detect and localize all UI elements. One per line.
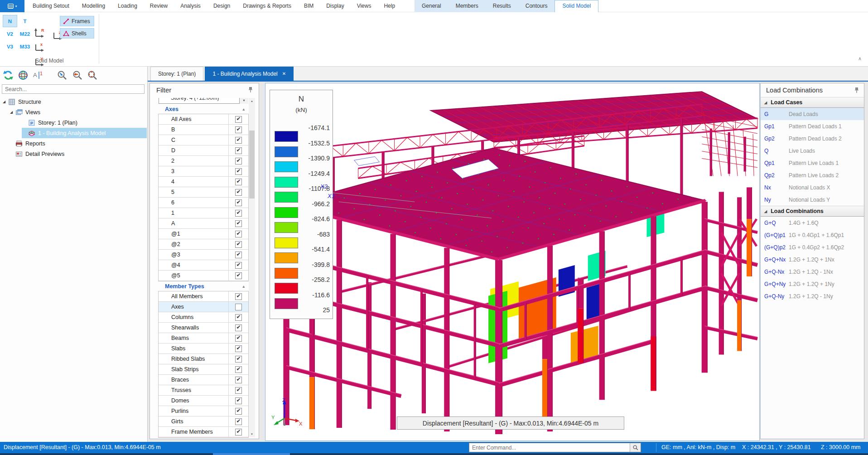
- filter-row[interactable]: 1: [159, 208, 248, 218]
- filter-row[interactable]: Slab Strips: [159, 364, 248, 375]
- checkbox[interactable]: [235, 335, 242, 342]
- axis-r-button[interactable]: R: [33, 26, 46, 39]
- load-row-qp1[interactable]: Qp1Pattern Live Loads 1: [761, 157, 864, 169]
- menu-tab-results[interactable]: Results: [486, 0, 518, 12]
- checkbox[interactable]: [235, 387, 242, 394]
- load-row-g-q-ny[interactable]: G+Q+Ny1.2G + 1.2Q + 1Ny: [761, 278, 864, 290]
- axis-x-button[interactable]: x: [33, 40, 46, 54]
- tree-item-storey-1-plan[interactable]: PStorey: 1 (Plan): [0, 117, 147, 128]
- close-icon[interactable]: [282, 67, 286, 81]
- menu-tab-views[interactable]: Views: [351, 0, 378, 12]
- checkbox[interactable]: [235, 158, 242, 165]
- filter-row[interactable]: C: [159, 135, 248, 145]
- group-header-load-cases[interactable]: Load Cases: [761, 97, 864, 108]
- filter-row[interactable]: Domes: [159, 396, 248, 406]
- frames-button[interactable]: Frames: [60, 16, 94, 26]
- checkbox[interactable]: [235, 262, 242, 269]
- zoom-previous-button[interactable]: [72, 70, 82, 81]
- tree-item-reports[interactable]: Reports: [0, 138, 147, 149]
- filter-row[interactable]: @3: [159, 250, 248, 260]
- filter-row[interactable]: Columns: [159, 312, 248, 323]
- pin-icon[interactable]: [248, 87, 253, 93]
- checkbox[interactable]: [235, 252, 242, 258]
- load-row-g-q-ny[interactable]: G+Q-Ny1.2G + 1.2Q - 1Ny: [761, 290, 864, 302]
- checkbox[interactable]: [235, 429, 242, 436]
- annotation-button[interactable]: A1: [33, 70, 43, 81]
- model-viewport[interactable]: N (kN) -1674.1-1532.5-1390.9-1249.4-1107…: [265, 83, 760, 441]
- menu-tab-contours[interactable]: Contours: [518, 0, 555, 12]
- filter-row[interactable]: Frame Members: [159, 427, 248, 437]
- filter-row[interactable]: 2: [159, 156, 248, 166]
- group-header-load-combinations[interactable]: Load Combinations: [761, 206, 864, 217]
- load-row-q[interactable]: QLive Loads: [761, 145, 864, 157]
- checkbox[interactable]: [235, 408, 242, 415]
- filter-row[interactable]: Slabs: [159, 344, 248, 354]
- tab-solid-model[interactable]: Solid Model: [555, 0, 598, 12]
- menu-tab-loading[interactable]: Loading: [111, 0, 144, 12]
- load-row-g-q-p1[interactable]: (G+Q)p11G + 0.4Gp1 + 1.6Qp1: [761, 229, 864, 241]
- menu-tab-help[interactable]: Help: [377, 0, 401, 12]
- checkbox[interactable]: [235, 314, 242, 321]
- tree-item-views[interactable]: Views: [0, 107, 147, 117]
- doc-tab-1-building-analysis-model[interactable]: 1 - Building Analysis Model: [205, 67, 294, 81]
- checkbox[interactable]: [235, 179, 242, 185]
- filter-row[interactable]: @5: [159, 271, 248, 281]
- filter-row[interactable]: Braces: [159, 375, 248, 385]
- checkbox[interactable]: [235, 147, 242, 154]
- filter-row[interactable]: Trusses: [159, 385, 248, 396]
- menu-tab-general[interactable]: General: [415, 0, 448, 12]
- filter-row[interactable]: Girts: [159, 416, 248, 427]
- app-menu-button[interactable]: [0, 0, 24, 12]
- filter-row[interactable]: Ribbed Slabs: [159, 354, 248, 364]
- filter-row[interactable]: Shearwalls: [159, 323, 248, 333]
- menu-tab-display[interactable]: Display: [320, 0, 350, 12]
- checkbox[interactable]: [235, 366, 242, 373]
- zoom-extents-button[interactable]: [87, 70, 97, 81]
- filter-row[interactable]: D: [159, 145, 248, 156]
- filter-row[interactable]: A: [159, 218, 248, 229]
- m33-button[interactable]: M33: [18, 40, 32, 53]
- zoom-window-button[interactable]: [57, 70, 68, 81]
- search-input[interactable]: [2, 84, 145, 94]
- scroll-down-button[interactable]: [249, 431, 255, 437]
- load-row-g[interactable]: GDead Loads: [761, 108, 864, 120]
- ribbon-collapse-button[interactable]: [858, 56, 862, 62]
- pin-icon[interactable]: [854, 87, 859, 93]
- checkbox[interactable]: [235, 293, 242, 300]
- load-row-gp2[interactable]: Gp2Pattern Dead Loads 2: [761, 132, 864, 145]
- filter-row[interactable]: B: [159, 125, 248, 135]
- filter-row[interactable]: All Members: [159, 291, 248, 302]
- checkbox[interactable]: [235, 377, 242, 383]
- filter-row[interactable]: 4: [159, 177, 248, 187]
- load-row-g-q-nx[interactable]: G+Q+Nx1.2G + 1.2Q + 1Nx: [761, 253, 864, 266]
- scroll-up-button[interactable]: [249, 98, 255, 104]
- menu-tab-drawings-reports[interactable]: Drawings & Reports: [236, 0, 298, 12]
- t-button[interactable]: T: [18, 15, 32, 27]
- load-row-g-q-p2[interactable]: (G+Q)p21G + 0.4Gp2 + 1.6Qp2: [761, 241, 864, 253]
- menu-tab-review[interactable]: Review: [144, 0, 174, 12]
- menu-tab-members[interactable]: Members: [448, 0, 486, 12]
- tree-item-structure[interactable]: Structure: [0, 97, 147, 107]
- checkbox[interactable]: [235, 137, 242, 144]
- filter-row[interactable]: Beams: [159, 333, 248, 344]
- menu-tab-design[interactable]: Design: [207, 0, 236, 12]
- checkbox[interactable]: [235, 345, 242, 352]
- filter-row[interactable]: @1: [159, 229, 248, 239]
- checkbox[interactable]: [235, 168, 242, 175]
- menu-tab-bim[interactable]: BIM: [298, 0, 320, 12]
- checkbox[interactable]: [235, 397, 242, 404]
- command-input[interactable]: [469, 443, 630, 452]
- filter-row[interactable]: Purlins: [159, 406, 248, 416]
- checkbox[interactable]: [235, 126, 242, 133]
- menu-tab-analysis[interactable]: Analysis: [174, 0, 207, 12]
- shells-button[interactable]: Shells: [60, 28, 94, 39]
- checkbox[interactable]: [235, 199, 242, 206]
- checkbox[interactable]: [235, 116, 242, 123]
- checkbox[interactable]: [235, 189, 242, 196]
- checkbox[interactable]: [235, 272, 242, 279]
- checkbox[interactable]: [235, 210, 242, 217]
- scroll-thumb[interactable]: [249, 131, 255, 198]
- checkbox[interactable]: [235, 241, 242, 248]
- doc-tab-storey-1-plan[interactable]: Storey: 1 (Plan): [150, 67, 203, 81]
- filter-section-axes[interactable]: Axes: [159, 104, 248, 114]
